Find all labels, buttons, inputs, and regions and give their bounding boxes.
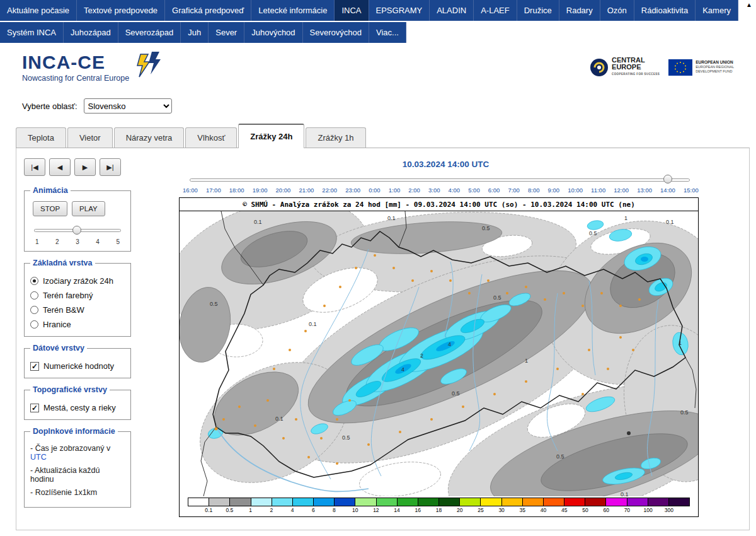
frame-number-5: 5	[116, 238, 120, 245]
animation-slider[interactable]	[34, 226, 121, 236]
nav-item-aktu-lne-po-asie[interactable]: Aktuálne počasie	[0, 0, 77, 21]
time-slider[interactable]	[190, 175, 690, 186]
tab-vietor[interactable]: Vietor	[67, 127, 113, 148]
colorbar-label-35: 35	[520, 507, 525, 513]
time-label-10-00: 10:00	[568, 187, 583, 194]
next-frame-button[interactable]: ▶	[74, 158, 96, 176]
nav-item-a-laef[interactable]: A-LAEF	[474, 0, 517, 21]
play-button[interactable]: PLAY	[72, 201, 105, 216]
checkbox-option-numerick-hodnoty[interactable]: Numerické hodnoty	[30, 361, 125, 371]
radio-ter-n-farebn[interactable]	[30, 291, 38, 300]
nav-item-juhov-chod[interactable]: Juhovýchod	[244, 22, 302, 43]
tab-n-razy-vetra[interactable]: Nárazy vetra	[114, 127, 185, 148]
info-line-2: - Aktualizácia každú hodinu	[30, 466, 125, 484]
nav-item-grafick-predpove[interactable]: Grafická predpoveď	[165, 0, 251, 21]
nav-item-severov-chod[interactable]: Severovýchod	[303, 22, 369, 43]
region-select[interactable]: Slovensko	[84, 98, 172, 114]
time-label-22-00: 22:00	[322, 187, 337, 194]
time-label-14-00: 14:00	[660, 187, 675, 194]
nav-item-r-dioaktivita[interactable]: Rádioaktivita	[634, 0, 696, 21]
frame-number-1: 1	[35, 238, 39, 245]
colorbar-label-60: 60	[603, 507, 609, 513]
nav-item-leteck-inform-cie[interactable]: Letecké informácie	[251, 0, 335, 21]
time-slider-track[interactable]	[190, 178, 690, 182]
nav-item-kamery[interactable]: Kamery	[696, 0, 738, 21]
nav-item-radary[interactable]: Radary	[559, 0, 600, 21]
colorbar-wrap: 0.10.51246810121416182025303540455060701…	[180, 496, 698, 516]
nav-item-juh[interactable]: Juh	[181, 22, 209, 43]
checkbox-numerick-hodnoty[interactable]	[30, 362, 39, 371]
time-label-5-00: 5:00	[468, 187, 480, 194]
checkbox-option-mest-cesty-a-rieky[interactable]: Mestá, cesty a rieky	[30, 403, 125, 412]
nav-item-juhoz-pad[interactable]: Juhozápad	[64, 22, 118, 43]
radio-hranice[interactable]	[30, 320, 38, 329]
radio-ter-n-b-w[interactable]	[30, 306, 38, 314]
colorbar-label-100: 100	[643, 507, 652, 513]
nav-item-viac[interactable]: Viac...	[369, 22, 406, 43]
weather-map: © SHMÚ - Analýza zrážok za 24 hod [mm] -…	[179, 197, 699, 517]
nav-item-oz-n[interactable]: Ozón	[600, 0, 634, 21]
nav-item-textov-predpovede[interactable]: Textové predpovede	[77, 0, 165, 21]
nav-item-epsgramy[interactable]: EPSGRAMY	[369, 0, 430, 21]
utc-link[interactable]: UTC	[30, 453, 47, 462]
stop-button[interactable]: STOP	[33, 201, 67, 216]
nav-item-sever[interactable]: Sever	[209, 22, 244, 43]
colorbar-cell-6	[314, 498, 335, 506]
prev-frame-button[interactable]: ◀	[49, 158, 71, 176]
time-labels: 16:0017:0018:0019:0020:0021:0022:0023:00…	[183, 187, 699, 194]
time-slider-handle[interactable]	[663, 175, 672, 184]
radio-option-ter-n-b-w[interactable]: Terén B&W	[30, 305, 125, 315]
contour-label: 1	[624, 215, 627, 221]
nav-item-aladin[interactable]: ALADIN	[430, 0, 474, 21]
radio-option-ter-n-farebn[interactable]: Terén farebný	[30, 291, 125, 300]
tab-zr-ky-1h[interactable]: Zrážky 1h	[306, 127, 365, 148]
info-line-1: - Čas je zobrazovaný v UTC	[30, 444, 125, 462]
radio-option-hranice[interactable]: Hranice	[30, 320, 125, 329]
info-legend: Doplnkové informácie	[30, 427, 118, 436]
contour-label: 0.1	[387, 215, 396, 221]
eu-logo-line1: EUROPEAN UNION	[696, 60, 734, 65]
main-area: 10.03.2024 14:00 UTC 16:0017:0018:0019:0…	[142, 157, 749, 523]
nav-item-inca[interactable]: INCA	[335, 0, 369, 21]
nav-item-dru-ice[interactable]: Družice	[517, 0, 559, 21]
brand-subtitle: Nowcasting for Central Europe	[22, 74, 129, 83]
contour-label: 0.5	[210, 301, 218, 307]
radio-option-izo-iary-zr-ok-24h[interactable]: Izočiary zrážok 24h	[30, 276, 125, 286]
central-europe-icon	[590, 58, 609, 77]
colorbar-label-300: 300	[665, 507, 673, 513]
nav-item-severoz-pad[interactable]: Severozápad	[118, 22, 181, 43]
time-label-21-00: 21:00	[299, 187, 314, 194]
last-frame-button[interactable]: ▶|	[100, 158, 121, 176]
scrollbar-up-icon[interactable]: ▲	[746, 1, 752, 8]
eu-flag-icon	[668, 59, 692, 76]
colorbar-cell-11	[418, 498, 439, 506]
frame-number-3: 3	[76, 238, 79, 245]
colorbar-cell-12	[439, 498, 460, 506]
anim-slider-handle[interactable]	[72, 226, 81, 235]
colorbar-label-18: 18	[436, 507, 442, 513]
first-frame-button[interactable]: |◀	[24, 158, 45, 176]
animation-fieldset: Animácia STOP PLAY 12345	[24, 186, 131, 252]
radio-izo-iary-zr-ok-24h[interactable]	[30, 277, 38, 285]
time-label-16-00: 16:00	[183, 187, 198, 194]
frame-number-2: 2	[55, 238, 59, 245]
nav-item-syst-m-inca[interactable]: Systém INCA	[0, 22, 64, 43]
time-label-8-00: 8:00	[528, 187, 540, 194]
tab-teplota[interactable]: Teplota	[16, 127, 66, 148]
colorbar-label-14: 14	[394, 507, 399, 513]
contour-label: 0.1	[666, 219, 674, 225]
colorbar-cell-9	[377, 498, 398, 506]
colorbar-cell-3	[251, 498, 272, 506]
contour-label: 0.5	[680, 409, 689, 416]
checkbox-mest-cesty-a-rieky[interactable]	[30, 404, 39, 412]
lightning-icon	[134, 52, 163, 81]
colorbar-label-8: 8	[333, 507, 336, 513]
radio-label-ter-n-farebn: Terén farebný	[43, 291, 93, 300]
colorbar-cell-8	[355, 498, 376, 506]
tab-vlhkos[interactable]: Vlhkosť	[185, 127, 237, 148]
time-label-3-00: 3:00	[428, 187, 440, 194]
contour-label: 0.1	[621, 491, 629, 496]
city-marker-dark	[627, 431, 631, 435]
colorbar-label-70: 70	[624, 507, 630, 513]
tab-zr-ky-24h[interactable]: Zrážky 24h	[238, 124, 304, 148]
